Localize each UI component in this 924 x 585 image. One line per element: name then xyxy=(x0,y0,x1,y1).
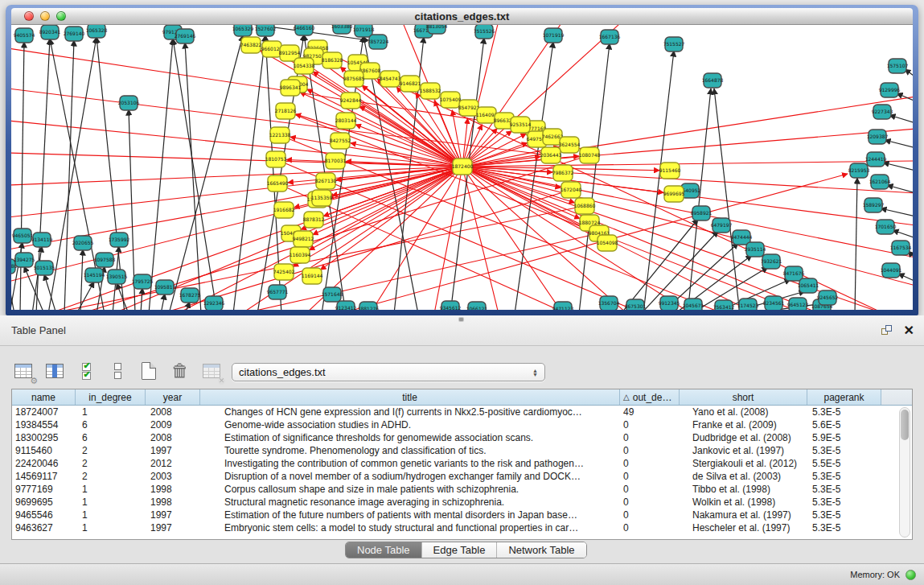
graph-node-label: 1221338 xyxy=(269,132,291,138)
dropdown-stepper-icon: ▲▼ xyxy=(532,369,538,377)
cell-in_degree: 6 xyxy=(76,418,146,431)
graph-node-label: 8186328 xyxy=(322,57,343,63)
graph-node-label: 9657771 xyxy=(267,289,289,295)
column-header-name[interactable]: name xyxy=(12,389,76,405)
cell-pagerank: 5.9E-5 xyxy=(807,431,881,444)
citation-edge-black xyxy=(641,231,718,310)
network-window-titlebar[interactable]: citations_edges.txt xyxy=(11,8,913,25)
graph-node-label: 9465051 xyxy=(12,233,34,238)
vertical-scrollbar[interactable] xyxy=(899,407,910,538)
cell-pagerank: 5.3E-5 xyxy=(807,521,881,534)
graph-node-label: 8427552 xyxy=(330,138,351,143)
close-panel-icon[interactable]: ✕ xyxy=(904,325,914,336)
citation-edge-black xyxy=(883,163,913,171)
scrollbar-thumb[interactable] xyxy=(901,410,909,440)
graph-node-label: 8920341 xyxy=(39,29,61,35)
table-settings-button[interactable]: ⚙ xyxy=(11,359,35,383)
node-table: namein_degreeyeartitle△out_de…shortpager… xyxy=(11,389,913,540)
maximize-window-icon[interactable] xyxy=(56,11,66,21)
network-window: citations_edges.txt 18724009405574892034… xyxy=(6,5,918,315)
tab-node-table[interactable]: Node Table xyxy=(346,542,422,558)
column-header-short[interactable]: short xyxy=(680,389,807,405)
citation-edge-black xyxy=(233,35,265,310)
cell-title: Tourette syndrome. Phenomenology and cla… xyxy=(200,444,620,457)
graph-node-label: 1394275 xyxy=(14,257,35,262)
graph-node-label: 7463822 xyxy=(240,42,262,47)
graph-node-label: 1145194 xyxy=(84,272,105,278)
graph-node-label: 9405574 xyxy=(14,32,35,38)
table-mode-tabs: Node TableEdge TableNetwork Table xyxy=(345,542,587,558)
graph-node-label: 1075409 xyxy=(440,97,462,102)
graph-node-label: 1071918 xyxy=(353,27,375,32)
table-row[interactable]: 977716911998Corpus callosum shape and si… xyxy=(12,483,912,496)
citation-edge-black xyxy=(881,208,913,216)
table-row[interactable]: 1830029562008Estimation of significance … xyxy=(12,431,912,444)
show-columns-icon xyxy=(46,364,64,378)
table-body: 1872400712008Changes of HCN gene express… xyxy=(12,406,912,534)
cell-title: Embryonic stem cells: a model to study s… xyxy=(200,521,620,534)
table-row[interactable]: 969969511998Structural magnetic resonanc… xyxy=(12,496,912,509)
column-header-year[interactable]: year xyxy=(146,389,200,405)
column-header-title[interactable]: title xyxy=(200,389,620,405)
unselect-all-rows-button[interactable] xyxy=(105,359,129,383)
table-row[interactable]: 1872400712008Changes of HCN gene express… xyxy=(12,406,912,418)
citation-edge-black xyxy=(185,43,201,310)
close-window-icon[interactable] xyxy=(24,11,34,21)
graph-node-label: 7515527 xyxy=(663,41,685,47)
graph-node-label: 1065411 xyxy=(798,282,819,288)
graph-node-label: 1356704 xyxy=(598,300,620,306)
new-document-icon xyxy=(142,362,156,380)
citation-edge-red xyxy=(300,92,462,167)
cell-short: Nakamura et al. (1997) xyxy=(680,509,807,521)
graph-node-label: 1872400 xyxy=(452,163,474,169)
memory-status-indicator[interactable] xyxy=(906,570,916,580)
column-header-in_degree[interactable]: in_degree xyxy=(76,389,146,405)
new-document-button[interactable] xyxy=(137,359,161,383)
column-header-out_de[interactable]: △out_de… xyxy=(620,389,680,405)
graph-node-label: 2036443 xyxy=(540,152,562,158)
graph-node-label: 7986372 xyxy=(552,170,574,175)
graph-node-label: 3624554 xyxy=(559,142,581,147)
graph-node-label: 9912345 xyxy=(659,300,680,306)
graph-node-label: 6466160 xyxy=(294,25,315,31)
table-toolbar: ⚙ 🗑 ✕ f(x) xyxy=(11,357,255,385)
minimize-window-icon[interactable] xyxy=(40,11,50,21)
cell-name: 9463627 xyxy=(12,521,76,534)
column-header-pagerank[interactable]: pagerank xyxy=(807,389,881,405)
graph-node-label: 8958921 xyxy=(691,210,713,216)
splitter-handle[interactable] xyxy=(459,318,463,321)
tab-network-table[interactable]: Network Table xyxy=(497,542,585,558)
graph-node-label: 2803144 xyxy=(335,117,357,123)
cell-out_de: 0 xyxy=(620,418,680,431)
citation-edge-black xyxy=(80,249,83,310)
table-row[interactable]: 2242004622012Investigating the contribut… xyxy=(12,457,912,470)
graph-node-label: 1621064 xyxy=(869,179,891,184)
table-row[interactable]: 1456911722003Disruption of a novel membe… xyxy=(12,470,912,483)
citation-network-graph[interactable]: 1872400940557489203412769140106532897912… xyxy=(11,25,913,310)
network-canvas[interactable]: 1872400940557489203412769140106532897912… xyxy=(11,25,913,310)
select-all-rows-button[interactable] xyxy=(74,359,98,383)
table-row[interactable]: 946362711997Embryonic stem cells: a mode… xyxy=(12,521,912,534)
graph-node-label: 1880724 xyxy=(579,220,601,225)
cell-pagerank: 5.3E-5 xyxy=(807,509,881,521)
cell-title: Changes of HCN gene expression and I(f) … xyxy=(200,406,620,418)
graph-node-label: 1167534 xyxy=(890,245,912,250)
table-row[interactable]: 1938455462009Genome-wide association stu… xyxy=(12,418,912,431)
graph-node-label: 1080748 xyxy=(579,152,601,158)
delete-column-button[interactable]: 🗑 xyxy=(168,359,192,383)
graph-node-label: 1678275 xyxy=(179,292,201,298)
float-panel-icon[interactable] xyxy=(881,325,893,336)
table-row[interactable]: 946554611997Estimation of the future num… xyxy=(12,509,912,521)
graph-node-label: 1097588 xyxy=(94,257,116,262)
graph-node-label: 7932621 xyxy=(761,258,782,264)
cell-year: 1997 xyxy=(146,521,200,534)
graph-node-label: 1881276 xyxy=(358,306,380,310)
cell-title: Disruption of a novel member of a sodium… xyxy=(200,470,620,483)
graph-node-label: 7857224 xyxy=(368,39,389,44)
column-label: year xyxy=(163,392,182,403)
show-columns-button[interactable] xyxy=(43,359,67,383)
table-row[interactable]: 911546021997Tourette syndrome. Phenomeno… xyxy=(12,444,912,457)
table-selector-dropdown[interactable]: citations_edges.txt ▲▼ xyxy=(232,363,545,381)
tab-edge-table[interactable]: Edge Table xyxy=(422,542,498,558)
cell-name: 9465546 xyxy=(12,509,76,521)
